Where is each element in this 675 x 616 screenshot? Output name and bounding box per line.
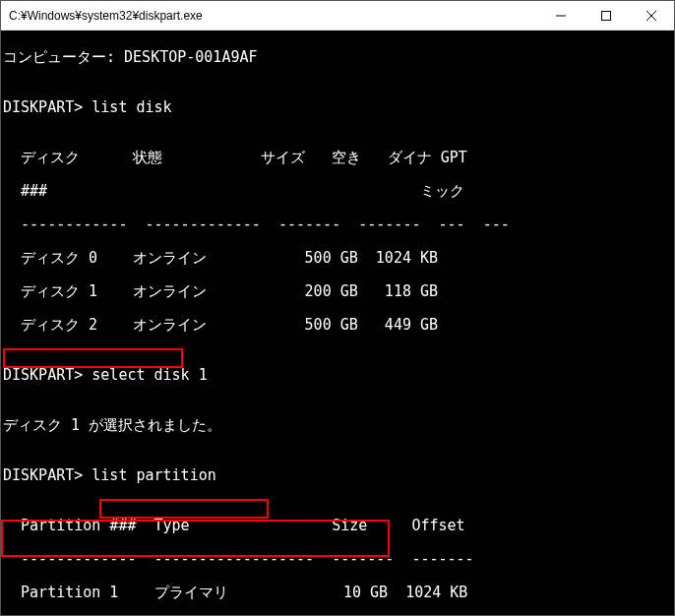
- app-window: C:¥Windows¥system32¥diskpart.exe コンピューター…: [0, 0, 675, 616]
- svg-rect-1: [602, 11, 611, 20]
- prompt-line: DISKPART> select disk 1: [1, 367, 674, 384]
- command: select disk 1: [92, 366, 207, 384]
- close-icon: [646, 11, 656, 21]
- terminal-output[interactable]: コンピューター: DESKTOP-001A9AF DISKPART> list …: [1, 31, 674, 615]
- table-row: ディスク 2 オンライン 500 GB 449 GB: [1, 317, 674, 334]
- table-divider: ------------- ------------------ -------…: [1, 551, 674, 568]
- table-row: ディスク 1 オンライン 200 GB 118 GB: [1, 283, 674, 300]
- prompt: DISKPART>: [3, 98, 92, 116]
- table-header: ディスク 状態 サイズ 空き ダイナ GPT: [1, 150, 674, 166]
- table-row: ディスク 0 オンライン 500 GB 1024 KB: [1, 250, 674, 267]
- prompt-line: DISKPART> list partition: [1, 467, 674, 484]
- close-button[interactable]: [629, 1, 674, 31]
- highlight-box: [3, 348, 183, 368]
- output-line: ディスク 1 が選択されました。: [1, 417, 674, 434]
- window-title: C:¥Windows¥system32¥diskpart.exe: [9, 9, 538, 23]
- table-row: Partition 1 プライマリ 10 GB 1024 KB: [1, 585, 674, 601]
- titlebar: C:¥Windows¥system32¥diskpart.exe: [1, 1, 674, 31]
- maximize-icon: [601, 11, 611, 21]
- prompt: DISKPART>: [3, 466, 92, 484]
- table-header: ### ミック: [1, 183, 674, 200]
- minimize-button[interactable]: [538, 1, 583, 31]
- table-header: Partition ### Type Size Offset: [1, 518, 674, 534]
- maximize-button[interactable]: [583, 1, 629, 31]
- minimize-icon: [556, 11, 566, 21]
- prompt: DISKPART>: [3, 366, 92, 384]
- output-line: コンピューター: DESKTOP-001A9AF: [1, 49, 674, 66]
- table-divider: ------------ ------------- ------- -----…: [1, 216, 674, 233]
- prompt-line: DISKPART> list disk: [1, 99, 674, 116]
- highlight-box: [99, 499, 269, 519]
- command: list disk: [92, 98, 171, 116]
- command: list partition: [92, 466, 215, 484]
